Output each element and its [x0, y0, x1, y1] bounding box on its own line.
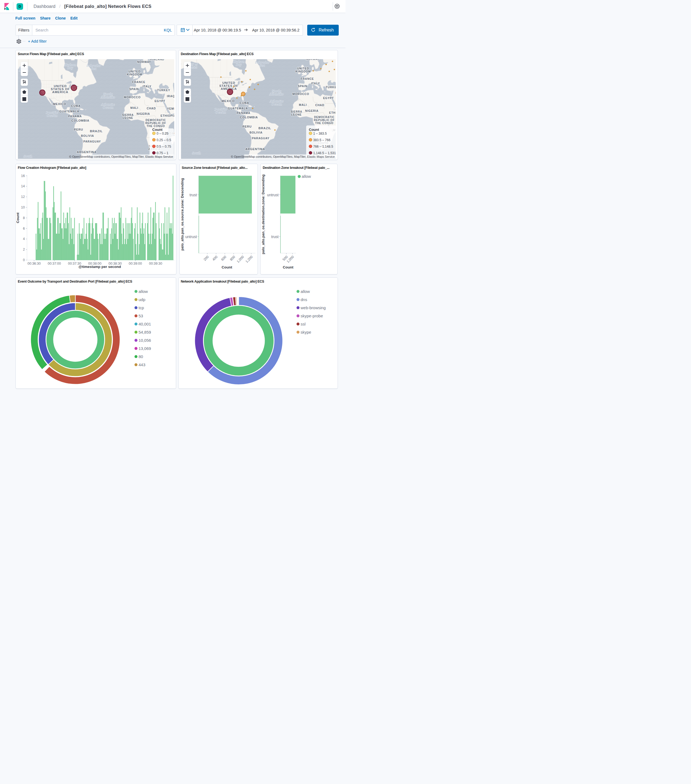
svg-text:untrust: untrust	[267, 193, 279, 197]
svg-text:PANAMA: PANAMA	[68, 115, 82, 118]
svg-text:South: South	[24, 155, 32, 158]
svg-text:SPAIN: SPAIN	[129, 87, 139, 91]
svg-text:Count: Count	[309, 128, 319, 132]
svg-text:MOROCCO: MOROCCO	[124, 96, 141, 99]
svg-text:53: 53	[138, 313, 143, 318]
svg-text:FRANCE: FRANCE	[132, 80, 145, 84]
svg-text:54,859: 54,859	[138, 330, 151, 334]
svg-text:13,069: 13,069	[138, 346, 151, 351]
svg-text:8: 8	[23, 216, 25, 220]
svg-text:16: 16	[21, 174, 25, 178]
svg-text:BRAZIL: BRAZIL	[90, 130, 103, 133]
svg-text:@timestamp per second: @timestamp per second	[79, 265, 121, 269]
svg-text:Count: Count	[283, 265, 293, 269]
svg-text:1,148.5 – 1,531: 1,148.5 – 1,531	[313, 151, 336, 155]
svg-text:CUBA: CUBA	[71, 104, 81, 107]
svg-text:0.25 – 0.5: 0.25 – 0.5	[156, 138, 171, 142]
svg-text:400: 400	[211, 255, 218, 262]
svg-text:NIGERIA: NIGERIA	[137, 112, 150, 115]
svg-text:0: 0	[23, 258, 25, 262]
svg-text:10,056: 10,056	[138, 338, 151, 343]
svg-text:Count: Count	[16, 212, 20, 223]
svg-text:NORWAY: NORWAY	[137, 60, 151, 64]
svg-text:ssl: ssl	[301, 322, 306, 326]
svg-text:1,000: 1,000	[286, 255, 295, 264]
svg-text:FINLAND: FINLAND	[150, 59, 165, 61]
svg-text:tcp: tcp	[138, 305, 144, 310]
svg-text:12: 12	[21, 195, 25, 199]
svg-text:1,200: 1,200	[245, 255, 253, 264]
svg-text:2: 2	[23, 247, 25, 251]
svg-text:800: 800	[229, 255, 236, 262]
svg-text:Count: Count	[152, 128, 163, 132]
svg-text:443: 443	[138, 362, 145, 367]
svg-text:600: 600	[220, 255, 227, 262]
svg-text:SIERRALEONE: SIERRALEONE	[122, 114, 134, 119]
svg-text:MEXICO: MEXICO	[53, 102, 66, 105]
svg-text:EGYPT: EGYPT	[155, 99, 165, 103]
svg-text:766 – 1,148.5: 766 – 1,148.5	[313, 145, 333, 148]
svg-text:© OpenStreetMap contributors,: © OpenStreetMap contributors, OpenMapTil…	[69, 155, 173, 158]
svg-text:AtlanticOcean: AtlanticOcean	[101, 102, 115, 109]
svg-text:ARGENTINA: ARGENTINA	[77, 150, 97, 154]
svg-text:PARAGUAY: PARAGUAY	[83, 140, 101, 143]
svg-text:trust: trust	[189, 193, 197, 197]
svg-text:BOLIVIA: BOLIVIA	[81, 134, 94, 137]
svg-text:PacificOcean: PacificOcean	[46, 110, 58, 117]
svg-text:40,001: 40,001	[138, 322, 151, 326]
svg-text:GUATEMALA: GUATEMALA	[59, 110, 79, 113]
svg-text:0 – 0.25: 0 – 0.25	[156, 132, 169, 135]
svg-text:0.5 – 0.75: 0.5 – 0.75	[156, 145, 171, 148]
svg-text:CHAD: CHAD	[147, 107, 156, 110]
svg-text:200: 200	[203, 255, 209, 262]
svg-text:allow: allow	[138, 289, 148, 294]
svg-text:COLOMBIA: COLOMBIA	[71, 119, 89, 122]
svg-text:© OpenStreetMap contributors,: © OpenStreetMap contributors, OpenMapTil…	[231, 155, 335, 158]
svg-text:Count: Count	[222, 265, 232, 269]
svg-text:10: 10	[21, 205, 25, 209]
svg-text:skype: skype	[301, 330, 311, 334]
svg-text:1,000: 1,000	[236, 255, 245, 264]
svg-text:DEMOCRATICREPUBLIC OFTHE CONGO: DEMOCRATICREPUBLIC OFTHE CONGO	[145, 119, 166, 128]
svg-text:allow: allow	[301, 289, 310, 294]
svg-text:00:36:30: 00:36:30	[27, 262, 41, 265]
svg-text:TURKEY: TURKEY	[157, 89, 170, 92]
svg-text:00:37:00: 00:37:00	[48, 262, 61, 265]
svg-text:00:39:30: 00:39:30	[149, 262, 162, 265]
svg-text:IRAQ: IRAQ	[167, 94, 174, 98]
svg-text:UNITEDKINGDOM: UNITEDKINGDOM	[127, 70, 142, 76]
svg-text:palo_alto.pan_os.source.zone:: palo_alto.pan_os.source.zone: Descending	[180, 178, 184, 250]
svg-text:383.5 – 766: 383.5 – 766	[313, 138, 331, 142]
svg-text:0.75 – 1: 0.75 – 1	[156, 151, 169, 155]
svg-text:MALI: MALI	[130, 106, 138, 109]
svg-text:PERU: PERU	[74, 128, 83, 131]
svg-text:ITALY: ITALY	[143, 85, 151, 88]
svg-text:skype-probe: skype-probe	[301, 313, 323, 318]
svg-text:1 – 383.5: 1 – 383.5	[313, 132, 327, 135]
svg-text:udp: udp	[138, 297, 145, 302]
svg-text:dns: dns	[301, 297, 307, 302]
svg-text:YEMEN: YEMEN	[167, 107, 174, 110]
svg-text:80: 80	[138, 354, 143, 359]
svg-text:6: 6	[23, 226, 25, 230]
svg-text:untrust: untrust	[185, 234, 197, 239]
svg-text:14: 14	[21, 184, 25, 188]
svg-text:trust: trust	[271, 234, 278, 239]
svg-text:allow: allow	[302, 174, 311, 179]
svg-text:4: 4	[23, 237, 25, 241]
svg-text:00:39:00: 00:39:00	[128, 262, 142, 265]
svg-text:web-browsing: web-browsing	[301, 305, 326, 310]
svg-text:palo_alto.pan_os.destination.z: palo_alto.pan_os.destination.zone: Desce…	[261, 174, 265, 254]
svg-text:ETHIOPIA: ETHIOPIA	[161, 114, 174, 117]
